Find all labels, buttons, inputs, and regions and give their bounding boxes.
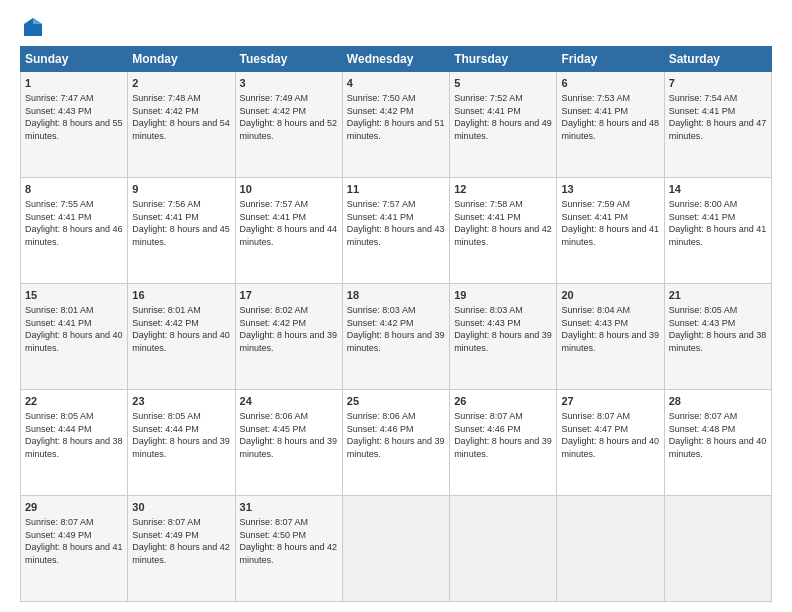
logo-icon [22,16,44,38]
day-number: 28 [669,394,767,409]
day-cell: 27Sunrise: 8:07 AMSunset: 4:47 PMDayligh… [557,390,664,496]
weekday-header-saturday: Saturday [664,47,771,72]
day-number: 17 [240,288,338,303]
day-info: Sunrise: 7:56 AMSunset: 4:41 PMDaylight:… [132,199,230,247]
day-info: Sunrise: 8:06 AMSunset: 4:45 PMDaylight:… [240,411,338,459]
day-number: 13 [561,182,659,197]
day-info: Sunrise: 7:52 AMSunset: 4:41 PMDaylight:… [454,93,552,141]
day-cell: 5Sunrise: 7:52 AMSunset: 4:41 PMDaylight… [450,72,557,178]
day-info: Sunrise: 8:01 AMSunset: 4:42 PMDaylight:… [132,305,230,353]
day-cell: 3Sunrise: 7:49 AMSunset: 4:42 PMDaylight… [235,72,342,178]
day-number: 8 [25,182,123,197]
day-number: 21 [669,288,767,303]
day-number: 6 [561,76,659,91]
day-info: Sunrise: 8:03 AMSunset: 4:42 PMDaylight:… [347,305,445,353]
day-number: 12 [454,182,552,197]
day-info: Sunrise: 7:50 AMSunset: 4:42 PMDaylight:… [347,93,445,141]
day-cell: 13Sunrise: 7:59 AMSunset: 4:41 PMDayligh… [557,178,664,284]
day-number: 3 [240,76,338,91]
day-info: Sunrise: 7:48 AMSunset: 4:42 PMDaylight:… [132,93,230,141]
day-cell: 29Sunrise: 8:07 AMSunset: 4:49 PMDayligh… [21,496,128,602]
day-number: 24 [240,394,338,409]
day-cell: 24Sunrise: 8:06 AMSunset: 4:45 PMDayligh… [235,390,342,496]
week-row-3: 15Sunrise: 8:01 AMSunset: 4:41 PMDayligh… [21,284,772,390]
day-info: Sunrise: 7:53 AMSunset: 4:41 PMDaylight:… [561,93,659,141]
day-cell: 18Sunrise: 8:03 AMSunset: 4:42 PMDayligh… [342,284,449,390]
day-number: 5 [454,76,552,91]
day-info: Sunrise: 8:07 AMSunset: 4:48 PMDaylight:… [669,411,767,459]
day-number: 2 [132,76,230,91]
day-cell: 16Sunrise: 8:01 AMSunset: 4:42 PMDayligh… [128,284,235,390]
day-cell [664,496,771,602]
logo [20,16,44,38]
day-info: Sunrise: 8:05 AMSunset: 4:44 PMDaylight:… [25,411,123,459]
day-info: Sunrise: 8:04 AMSunset: 4:43 PMDaylight:… [561,305,659,353]
day-info: Sunrise: 8:05 AMSunset: 4:43 PMDaylight:… [669,305,767,353]
day-number: 29 [25,500,123,515]
day-cell: 15Sunrise: 8:01 AMSunset: 4:41 PMDayligh… [21,284,128,390]
day-info: Sunrise: 7:55 AMSunset: 4:41 PMDaylight:… [25,199,123,247]
day-cell: 28Sunrise: 8:07 AMSunset: 4:48 PMDayligh… [664,390,771,496]
day-cell: 20Sunrise: 8:04 AMSunset: 4:43 PMDayligh… [557,284,664,390]
week-row-4: 22Sunrise: 8:05 AMSunset: 4:44 PMDayligh… [21,390,772,496]
day-info: Sunrise: 8:00 AMSunset: 4:41 PMDaylight:… [669,199,767,247]
day-info: Sunrise: 8:03 AMSunset: 4:43 PMDaylight:… [454,305,552,353]
day-info: Sunrise: 7:47 AMSunset: 4:43 PMDaylight:… [25,93,123,141]
svg-marker-1 [33,18,42,24]
day-cell: 6Sunrise: 7:53 AMSunset: 4:41 PMDaylight… [557,72,664,178]
day-cell: 22Sunrise: 8:05 AMSunset: 4:44 PMDayligh… [21,390,128,496]
day-info: Sunrise: 8:07 AMSunset: 4:49 PMDaylight:… [132,517,230,565]
week-row-1: 1Sunrise: 7:47 AMSunset: 4:43 PMDaylight… [21,72,772,178]
day-info: Sunrise: 7:57 AMSunset: 4:41 PMDaylight:… [240,199,338,247]
day-number: 31 [240,500,338,515]
day-info: Sunrise: 8:01 AMSunset: 4:41 PMDaylight:… [25,305,123,353]
day-number: 20 [561,288,659,303]
day-number: 7 [669,76,767,91]
day-cell: 14Sunrise: 8:00 AMSunset: 4:41 PMDayligh… [664,178,771,284]
day-cell: 25Sunrise: 8:06 AMSunset: 4:46 PMDayligh… [342,390,449,496]
weekday-header-sunday: Sunday [21,47,128,72]
day-cell: 17Sunrise: 8:02 AMSunset: 4:42 PMDayligh… [235,284,342,390]
day-cell: 31Sunrise: 8:07 AMSunset: 4:50 PMDayligh… [235,496,342,602]
day-number: 14 [669,182,767,197]
week-row-5: 29Sunrise: 8:07 AMSunset: 4:49 PMDayligh… [21,496,772,602]
calendar: SundayMondayTuesdayWednesdayThursdayFrid… [20,46,772,602]
day-info: Sunrise: 7:59 AMSunset: 4:41 PMDaylight:… [561,199,659,247]
day-number: 30 [132,500,230,515]
day-cell: 7Sunrise: 7:54 AMSunset: 4:41 PMDaylight… [664,72,771,178]
day-number: 10 [240,182,338,197]
day-info: Sunrise: 7:58 AMSunset: 4:41 PMDaylight:… [454,199,552,247]
weekday-header-tuesday: Tuesday [235,47,342,72]
day-cell: 1Sunrise: 7:47 AMSunset: 4:43 PMDaylight… [21,72,128,178]
week-row-2: 8Sunrise: 7:55 AMSunset: 4:41 PMDaylight… [21,178,772,284]
day-info: Sunrise: 8:07 AMSunset: 4:49 PMDaylight:… [25,517,123,565]
page: SundayMondayTuesdayWednesdayThursdayFrid… [0,0,792,612]
day-cell [450,496,557,602]
day-number: 26 [454,394,552,409]
day-number: 23 [132,394,230,409]
day-cell [557,496,664,602]
day-number: 18 [347,288,445,303]
day-cell: 2Sunrise: 7:48 AMSunset: 4:42 PMDaylight… [128,72,235,178]
day-number: 16 [132,288,230,303]
weekday-header-friday: Friday [557,47,664,72]
day-info: Sunrise: 7:57 AMSunset: 4:41 PMDaylight:… [347,199,445,247]
day-info: Sunrise: 8:07 AMSunset: 4:50 PMDaylight:… [240,517,338,565]
weekday-header-monday: Monday [128,47,235,72]
day-cell: 21Sunrise: 8:05 AMSunset: 4:43 PMDayligh… [664,284,771,390]
weekday-header-thursday: Thursday [450,47,557,72]
day-number: 25 [347,394,445,409]
day-cell [342,496,449,602]
day-number: 11 [347,182,445,197]
day-info: Sunrise: 8:05 AMSunset: 4:44 PMDaylight:… [132,411,230,459]
day-cell: 30Sunrise: 8:07 AMSunset: 4:49 PMDayligh… [128,496,235,602]
day-cell: 8Sunrise: 7:55 AMSunset: 4:41 PMDaylight… [21,178,128,284]
day-cell: 4Sunrise: 7:50 AMSunset: 4:42 PMDaylight… [342,72,449,178]
day-number: 27 [561,394,659,409]
day-cell: 26Sunrise: 8:07 AMSunset: 4:46 PMDayligh… [450,390,557,496]
day-cell: 9Sunrise: 7:56 AMSunset: 4:41 PMDaylight… [128,178,235,284]
day-number: 1 [25,76,123,91]
day-info: Sunrise: 8:07 AMSunset: 4:46 PMDaylight:… [454,411,552,459]
header [20,16,772,38]
day-cell: 19Sunrise: 8:03 AMSunset: 4:43 PMDayligh… [450,284,557,390]
